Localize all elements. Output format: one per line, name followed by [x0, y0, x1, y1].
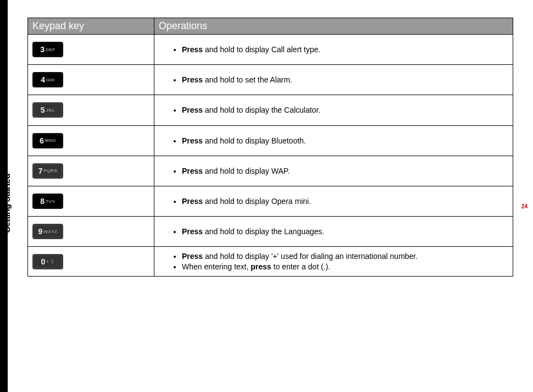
- key-cell: 4GHI: [28, 65, 154, 95]
- key-digit: 9: [38, 227, 43, 236]
- operations-list: Press and hold to display the Calculator…: [159, 105, 508, 115]
- op-text-rest: and hold to display Opera mini.: [203, 197, 311, 206]
- operations-cell: Press and hold to display Call alert typ…: [154, 35, 513, 65]
- key-digit: 8: [40, 197, 45, 206]
- table-row: 8TUVPress and hold to display Opera mini…: [28, 186, 513, 216]
- operations-cell: Press and hold to set the Alarm.: [154, 65, 513, 95]
- op-text-rest: and hold to display '+' used for dialing…: [203, 252, 418, 261]
- key-letters: PQRS: [44, 168, 58, 173]
- operations-cell: Press and hold to display the Languages.: [154, 217, 513, 247]
- keypad-key-icon: 3DEF: [32, 42, 63, 57]
- op-text-bold: Press: [182, 167, 203, 175]
- keypad-key-icon: 4GHI: [32, 72, 63, 87]
- keypad-key-icon: 9WXYZ: [32, 224, 63, 239]
- page-number: 24: [521, 203, 528, 209]
- operation-item: Press and hold to display '+' used for d…: [182, 251, 508, 261]
- key-letters: WXYZ: [43, 229, 57, 234]
- op-text-pre: When entering text,: [182, 262, 251, 271]
- table-row: 3DEFPress and hold to display Call alert…: [28, 35, 513, 65]
- op-text-bold: Press: [182, 106, 203, 114]
- table-row: 0+⇧Press and hold to display '+' used fo…: [28, 247, 513, 276]
- op-text-rest: and hold to set the Alarm.: [203, 75, 292, 84]
- operations-list: Press and hold to display the Languages.: [159, 227, 508, 236]
- key-letters: GHI: [46, 78, 55, 82]
- table-row: 6MNOPress and hold to display Bluetooth.: [28, 125, 513, 156]
- operations-list: Press and hold to display Bluetooth.: [159, 136, 508, 146]
- op-text-bold: press: [251, 262, 271, 271]
- table-row: 9WXYZPress and hold to display the Langu…: [28, 217, 513, 247]
- key-digit: 5: [41, 106, 45, 114]
- table-row: 4GHIPress and hold to set the Alarm.: [28, 65, 513, 95]
- operations-cell: Press and hold to display the Calculator…: [154, 95, 513, 125]
- key-letters: DEF: [46, 47, 55, 52]
- key-cell: 5JKL: [28, 95, 154, 125]
- operations-cell: Press and hold to display Bluetooth.: [154, 125, 513, 156]
- key-digit: 7: [38, 167, 43, 175]
- keypad-key-icon: 8TUV: [32, 194, 63, 209]
- operations-list: Press and hold to display WAP.: [159, 166, 508, 176]
- operation-item: Press and hold to display the Languages.: [182, 227, 508, 236]
- content-area: Keypad key Operations 3DEFPress and hold…: [27, 18, 513, 277]
- operation-item: Press and hold to display Bluetooth.: [182, 136, 508, 146]
- table-row: 7PQRSPress and hold to display WAP.: [28, 156, 513, 186]
- key-cell: 0+⇧: [28, 247, 154, 276]
- op-text-bold: Press: [182, 45, 203, 54]
- op-text-bold: Press: [182, 136, 203, 145]
- key-cell: 7PQRS: [28, 156, 154, 186]
- keypad-key-icon: 7PQRS: [32, 163, 63, 179]
- op-text-rest: and hold to display the Calculator.: [203, 106, 320, 114]
- key-letters: TUV: [46, 199, 55, 204]
- key-cell: 3DEF: [28, 35, 154, 65]
- op-text-rest: and hold to display Call alert type.: [203, 45, 320, 54]
- op-text-bold: Press: [182, 227, 203, 236]
- operation-item: Press and hold to display the Calculator…: [182, 105, 508, 115]
- table-header-row: Keypad key Operations: [28, 18, 513, 35]
- key-digit: 3: [40, 45, 45, 54]
- operations-list: Press and hold to display '+' used for d…: [159, 251, 508, 271]
- operation-item: When entering text, press to enter a dot…: [182, 262, 508, 272]
- operation-item: Press and hold to display Opera mini.: [182, 196, 508, 206]
- op-text-bold: Press: [182, 252, 203, 261]
- op-text-rest: to enter a dot (.).: [271, 262, 330, 271]
- operations-list: Press and hold to set the Alarm.: [159, 75, 508, 85]
- key-letters: +: [46, 259, 49, 264]
- key-digit: 0: [41, 257, 46, 266]
- table-row: 5JKLPress and hold to display the Calcul…: [28, 95, 513, 125]
- operation-item: Press and hold to display Call alert typ…: [182, 45, 508, 54]
- operations-cell: Press and hold to display '+' used for d…: [154, 247, 513, 276]
- operation-item: Press and hold to set the Alarm.: [182, 75, 508, 85]
- operations-cell: Press and hold to display WAP.: [154, 156, 513, 186]
- keypad-key-icon: 5JKL: [32, 102, 63, 118]
- key-digit: 4: [41, 75, 45, 84]
- op-text-rest: and hold to display WAP.: [203, 167, 290, 175]
- key-digit: 6: [40, 136, 44, 145]
- op-text-bold: Press: [182, 197, 203, 206]
- op-text-rest: and hold to display Bluetooth.: [203, 136, 306, 145]
- keypad-table: Keypad key Operations 3DEFPress and hold…: [27, 18, 513, 277]
- key-letters: MNO: [45, 138, 56, 143]
- header-keypad-key: Keypad key: [28, 18, 154, 35]
- header-operations: Operations: [154, 18, 513, 35]
- operations-list: Press and hold to display Opera mini.: [159, 196, 508, 206]
- section-label: Getting Started: [2, 148, 12, 258]
- operations-cell: Press and hold to display Opera mini.: [154, 186, 513, 216]
- key-cell: 8TUV: [28, 186, 154, 216]
- keypad-key-icon: 6MNO: [32, 133, 63, 148]
- shift-arrow-icon: ⇧: [50, 258, 54, 264]
- key-letters: JKL: [46, 108, 55, 113]
- keypad-key-icon: 0+⇧: [32, 254, 63, 269]
- operations-list: Press and hold to display Call alert typ…: [159, 45, 508, 54]
- key-cell: 9WXYZ: [28, 217, 154, 247]
- key-cell: 6MNO: [28, 125, 154, 156]
- operation-item: Press and hold to display WAP.: [182, 166, 508, 176]
- op-text-rest: and hold to display the Languages.: [203, 227, 324, 236]
- op-text-bold: Press: [182, 75, 203, 84]
